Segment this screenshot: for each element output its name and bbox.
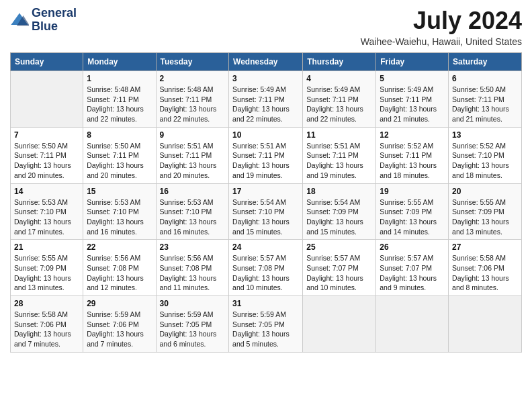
day-number: 24	[232, 242, 299, 252]
day-info: Sunrise: 5:50 AM Sunset: 7:11 PM Dayligh…	[87, 141, 152, 181]
day-number: 23	[160, 242, 226, 252]
day-info: Sunrise: 5:49 AM Sunset: 7:11 PM Dayligh…	[306, 85, 372, 124]
day-info: Sunrise: 5:53 AM Sunset: 7:10 PM Dayligh…	[160, 197, 226, 237]
day-info: Sunrise: 5:51 AM Sunset: 7:11 PM Dayligh…	[306, 141, 372, 181]
day-info: Sunrise: 5:56 AM Sunset: 7:08 PM Dayligh…	[160, 253, 226, 293]
calendar-cell: 23Sunrise: 5:56 AM Sunset: 7:08 PM Dayli…	[156, 240, 229, 296]
day-info: Sunrise: 5:57 AM Sunset: 7:07 PM Dayligh…	[380, 253, 445, 293]
day-number: 8	[87, 130, 152, 140]
calendar-cell: 15Sunrise: 5:53 AM Sunset: 7:10 PM Dayli…	[83, 183, 156, 240]
day-number: 29	[87, 299, 152, 308]
calendar-cell: 10Sunrise: 5:51 AM Sunset: 7:11 PM Dayli…	[229, 127, 303, 183]
calendar-cell: 6Sunrise: 5:50 AM Sunset: 7:11 PM Daylig…	[449, 71, 522, 128]
day-info: Sunrise: 5:57 AM Sunset: 7:08 PM Dayligh…	[232, 253, 299, 293]
day-info: Sunrise: 5:48 AM Sunset: 7:11 PM Dayligh…	[160, 85, 226, 124]
calendar-week-row: 14Sunrise: 5:53 AM Sunset: 7:10 PM Dayli…	[11, 183, 522, 240]
month-title: July 2024	[361, 7, 522, 35]
day-number: 17	[232, 187, 299, 196]
header-cell-tuesday: Tuesday	[156, 53, 229, 71]
calendar-cell: 30Sunrise: 5:59 AM Sunset: 7:05 PM Dayli…	[156, 296, 229, 353]
day-number: 10	[232, 130, 299, 140]
header-cell-thursday: Thursday	[303, 53, 376, 71]
day-number: 31	[232, 299, 299, 308]
day-number: 3	[232, 74, 299, 83]
day-info: Sunrise: 5:54 AM Sunset: 7:10 PM Dayligh…	[232, 197, 299, 237]
day-number: 11	[306, 130, 372, 140]
day-number: 21	[14, 242, 79, 252]
header-cell-saturday: Saturday	[449, 53, 522, 71]
day-info: Sunrise: 5:52 AM Sunset: 7:10 PM Dayligh…	[452, 141, 518, 181]
day-number: 26	[380, 242, 445, 252]
header-cell-sunday: Sunday	[11, 53, 83, 71]
day-number: 28	[14, 299, 79, 308]
calendar-cell: 24Sunrise: 5:57 AM Sunset: 7:08 PM Dayli…	[229, 240, 303, 296]
logo: General Blue	[10, 7, 77, 34]
header-cell-friday: Friday	[376, 53, 449, 71]
calendar-cell: 21Sunrise: 5:55 AM Sunset: 7:09 PM Dayli…	[11, 240, 83, 296]
calendar-cell: 27Sunrise: 5:58 AM Sunset: 7:06 PM Dayli…	[449, 240, 522, 296]
calendar-cell: 11Sunrise: 5:51 AM Sunset: 7:11 PM Dayli…	[303, 127, 376, 183]
calendar-header-row: SundayMondayTuesdayWednesdayThursdayFrid…	[11, 53, 522, 71]
calendar-cell: 12Sunrise: 5:52 AM Sunset: 7:11 PM Dayli…	[376, 127, 449, 183]
calendar-week-row: 7Sunrise: 5:50 AM Sunset: 7:11 PM Daylig…	[11, 127, 522, 183]
day-number: 5	[380, 74, 445, 83]
logo-icon	[10, 11, 29, 30]
calendar-body: 1Sunrise: 5:48 AM Sunset: 7:11 PM Daylig…	[11, 71, 522, 353]
day-number: 27	[452, 242, 518, 252]
day-info: Sunrise: 5:49 AM Sunset: 7:11 PM Dayligh…	[232, 85, 299, 124]
calendar-cell: 13Sunrise: 5:52 AM Sunset: 7:10 PM Dayli…	[449, 127, 522, 183]
day-info: Sunrise: 5:48 AM Sunset: 7:11 PM Dayligh…	[87, 85, 152, 124]
calendar-cell: 25Sunrise: 5:57 AM Sunset: 7:07 PM Dayli…	[303, 240, 376, 296]
day-info: Sunrise: 5:50 AM Sunset: 7:11 PM Dayligh…	[452, 85, 518, 124]
calendar-cell: 3Sunrise: 5:49 AM Sunset: 7:11 PM Daylig…	[229, 71, 303, 128]
day-number: 7	[14, 130, 79, 140]
calendar-cell	[449, 296, 522, 353]
day-info: Sunrise: 5:55 AM Sunset: 7:09 PM Dayligh…	[380, 197, 445, 237]
calendar-week-row: 28Sunrise: 5:58 AM Sunset: 7:06 PM Dayli…	[11, 296, 522, 353]
day-number: 15	[87, 187, 152, 196]
day-number: 22	[87, 242, 152, 252]
day-number: 19	[380, 187, 445, 196]
calendar-cell: 4Sunrise: 5:49 AM Sunset: 7:11 PM Daylig…	[303, 71, 376, 128]
day-number: 30	[160, 299, 226, 308]
title-block: July 2024 Waihee-Waiehu, Hawaii, United …	[361, 7, 522, 47]
day-info: Sunrise: 5:55 AM Sunset: 7:09 PM Dayligh…	[14, 253, 79, 293]
day-info: Sunrise: 5:51 AM Sunset: 7:11 PM Dayligh…	[232, 141, 299, 181]
day-info: Sunrise: 5:59 AM Sunset: 7:06 PM Dayligh…	[87, 310, 152, 349]
calendar-cell: 2Sunrise: 5:48 AM Sunset: 7:11 PM Daylig…	[156, 71, 229, 128]
day-info: Sunrise: 5:59 AM Sunset: 7:05 PM Dayligh…	[160, 310, 226, 349]
day-number: 14	[14, 187, 79, 196]
calendar-week-row: 21Sunrise: 5:55 AM Sunset: 7:09 PM Dayli…	[11, 240, 522, 296]
calendar-cell: 7Sunrise: 5:50 AM Sunset: 7:11 PM Daylig…	[11, 127, 83, 183]
day-number: 4	[306, 74, 372, 83]
day-info: Sunrise: 5:53 AM Sunset: 7:10 PM Dayligh…	[87, 197, 152, 237]
calendar-cell: 16Sunrise: 5:53 AM Sunset: 7:10 PM Dayli…	[156, 183, 229, 240]
day-info: Sunrise: 5:59 AM Sunset: 7:05 PM Dayligh…	[232, 310, 299, 349]
header-cell-wednesday: Wednesday	[229, 53, 303, 71]
day-info: Sunrise: 5:50 AM Sunset: 7:11 PM Dayligh…	[14, 141, 79, 181]
calendar-cell: 19Sunrise: 5:55 AM Sunset: 7:09 PM Dayli…	[376, 183, 449, 240]
day-number: 25	[306, 242, 372, 252]
day-info: Sunrise: 5:51 AM Sunset: 7:11 PM Dayligh…	[160, 141, 226, 181]
day-info: Sunrise: 5:56 AM Sunset: 7:08 PM Dayligh…	[87, 253, 152, 293]
day-number: 13	[452, 130, 518, 140]
calendar-cell: 22Sunrise: 5:56 AM Sunset: 7:08 PM Dayli…	[83, 240, 156, 296]
day-number: 2	[160, 74, 226, 83]
calendar-cell: 28Sunrise: 5:58 AM Sunset: 7:06 PM Dayli…	[11, 296, 83, 353]
page-header: General Blue July 2024 Waihee-Waiehu, Ha…	[10, 7, 522, 47]
calendar-cell: 1Sunrise: 5:48 AM Sunset: 7:11 PM Daylig…	[83, 71, 156, 128]
calendar-cell: 31Sunrise: 5:59 AM Sunset: 7:05 PM Dayli…	[229, 296, 303, 353]
header-cell-monday: Monday	[83, 53, 156, 71]
day-info: Sunrise: 5:53 AM Sunset: 7:10 PM Dayligh…	[14, 197, 79, 237]
day-number: 9	[160, 130, 226, 140]
calendar-cell: 17Sunrise: 5:54 AM Sunset: 7:10 PM Dayli…	[229, 183, 303, 240]
calendar-cell: 20Sunrise: 5:55 AM Sunset: 7:09 PM Dayli…	[449, 183, 522, 240]
calendar-cell	[11, 71, 83, 128]
calendar-cell: 5Sunrise: 5:49 AM Sunset: 7:11 PM Daylig…	[376, 71, 449, 128]
day-number: 1	[87, 74, 152, 83]
day-info: Sunrise: 5:58 AM Sunset: 7:06 PM Dayligh…	[452, 253, 518, 293]
day-info: Sunrise: 5:49 AM Sunset: 7:11 PM Dayligh…	[380, 85, 445, 124]
day-number: 12	[380, 130, 445, 140]
logo-text: General Blue	[32, 7, 77, 34]
calendar-cell: 14Sunrise: 5:53 AM Sunset: 7:10 PM Dayli…	[11, 183, 83, 240]
